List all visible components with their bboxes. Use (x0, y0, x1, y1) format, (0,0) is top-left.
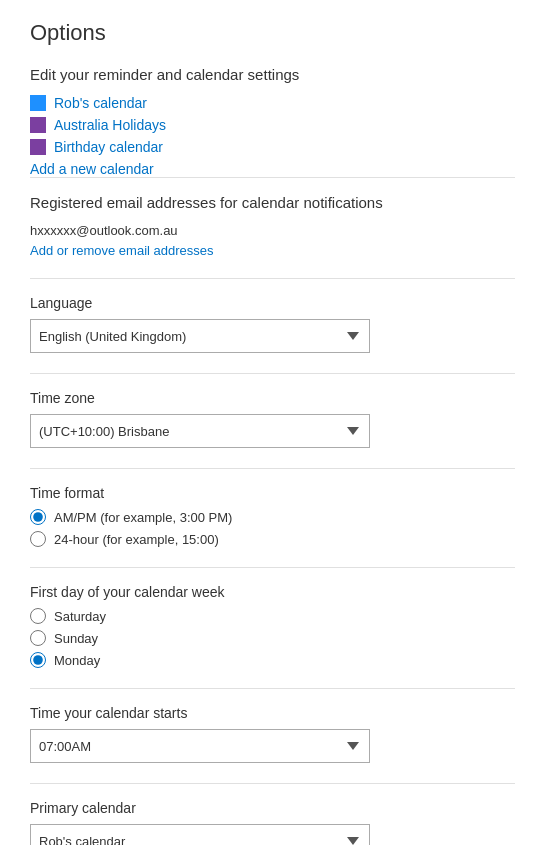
first-day-section: First day of your calendar week Saturday… (30, 567, 515, 668)
time-format-radio-group: AM/PM (for example, 3:00 PM) 24-hour (fo… (30, 509, 515, 547)
language-label: Language (30, 295, 515, 311)
time-format-ampm-label: AM/PM (for example, 3:00 PM) (54, 510, 232, 525)
time-format-ampm-item[interactable]: AM/PM (for example, 3:00 PM) (30, 509, 515, 525)
robs-calendar-label: Rob's calendar (54, 95, 147, 111)
add-remove-email-link[interactable]: Add or remove email addresses (30, 243, 214, 258)
australia-holidays-label: Australia Holidays (54, 117, 166, 133)
first-day-monday-item[interactable]: Monday (30, 652, 515, 668)
time-format-label: Time format (30, 485, 515, 501)
australia-holidays-color-icon (30, 117, 46, 133)
time-format-24h-item[interactable]: 24-hour (for example, 15:00) (30, 531, 515, 547)
edit-section-title: Edit your reminder and calendar settings (30, 66, 515, 83)
robs-calendar-color-icon (30, 95, 46, 111)
calendar-list: Rob's calendar Australia Holidays Birthd… (30, 95, 515, 177)
birthday-calendar-color-icon (30, 139, 46, 155)
language-dropdown[interactable]: English (United Kingdom) English (United… (30, 319, 370, 353)
first-day-sunday-label: Sunday (54, 631, 98, 646)
calendar-robs[interactable]: Rob's calendar (30, 95, 515, 111)
calendar-australia-holidays[interactable]: Australia Holidays (30, 117, 515, 133)
notifications-section: Registered email addresses for calendar … (30, 177, 515, 258)
calendar-start-dropdown[interactable]: 12:00AM 01:00AM 02:00AM 03:00AM 04:00AM … (30, 729, 370, 763)
timezone-dropdown[interactable]: (UTC+10:00) Brisbane (UTC+11:00) Sydney … (30, 414, 370, 448)
first-day-saturday-radio[interactable] (30, 608, 46, 624)
time-format-24h-radio[interactable] (30, 531, 46, 547)
add-calendar-link[interactable]: Add a new calendar (30, 161, 515, 177)
svg-rect-1 (30, 117, 46, 133)
time-format-24h-label: 24-hour (for example, 15:00) (54, 532, 219, 547)
first-day-saturday-label: Saturday (54, 609, 106, 624)
time-format-ampm-radio[interactable] (30, 509, 46, 525)
time-format-section: Time format AM/PM (for example, 3:00 PM)… (30, 468, 515, 547)
primary-calendar-dropdown[interactable]: Rob's calendar Australia Holidays Birthd… (30, 824, 370, 845)
first-day-label: First day of your calendar week (30, 584, 515, 600)
notifications-title: Registered email addresses for calendar … (30, 194, 515, 211)
first-day-saturday-item[interactable]: Saturday (30, 608, 515, 624)
first-day-monday-label: Monday (54, 653, 100, 668)
calendar-start-section: Time your calendar starts 12:00AM 01:00A… (30, 688, 515, 763)
svg-rect-2 (30, 139, 46, 155)
first-day-sunday-item[interactable]: Sunday (30, 630, 515, 646)
calendar-birthday[interactable]: Birthday calendar (30, 139, 515, 155)
birthday-calendar-label: Birthday calendar (54, 139, 163, 155)
timezone-label: Time zone (30, 390, 515, 406)
timezone-section: Time zone (UTC+10:00) Brisbane (UTC+11:0… (30, 373, 515, 448)
first-day-sunday-radio[interactable] (30, 630, 46, 646)
email-address-display: hxxxxxx@outlook.com.au (30, 223, 515, 238)
primary-calendar-label: Primary calendar (30, 800, 515, 816)
calendar-start-label: Time your calendar starts (30, 705, 515, 721)
language-section: Language English (United Kingdom) Englis… (30, 278, 515, 353)
first-day-radio-group: Saturday Sunday Monday (30, 608, 515, 668)
svg-rect-0 (30, 95, 46, 111)
primary-calendar-section: Primary calendar Rob's calendar Australi… (30, 783, 515, 845)
first-day-monday-radio[interactable] (30, 652, 46, 668)
page-title: Options (30, 20, 515, 46)
